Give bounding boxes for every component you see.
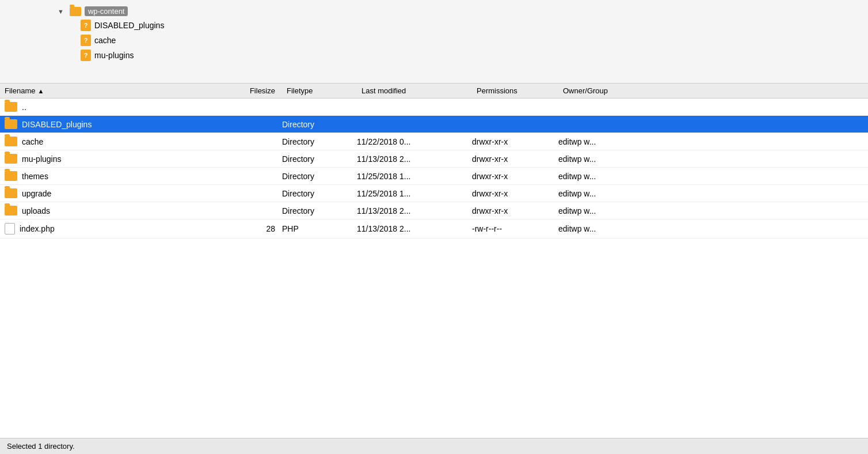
folder-icon [5,206,17,215]
table-row[interactable]: .. [0,99,868,116]
row-filename: uploads [0,206,224,215]
folder-icon [5,102,17,112]
status-text: Selected 1 directory. [7,442,75,451]
row-permissions: drwxr-xr-x [472,206,558,215]
tree-wp-content[interactable]: ▼ wp-content [0,5,868,18]
table-row[interactable]: upgrade Directory 11/25/2018 1... drwxr-… [0,185,868,202]
row-filename: cache [0,137,224,146]
row-filename: DISABLED_plugins [0,119,224,129]
row-lastmod: 11/13/2018 2... [357,206,472,215]
row-filetype: Directory [282,206,357,215]
row-owner: editwp w... [558,189,662,198]
col-header-filesize[interactable]: Filesize [224,86,282,95]
collapse-arrow-icon: ▼ [58,8,64,15]
row-name: mu-plugins [22,154,61,164]
tree-item-disabled-plugins[interactable]: DISABLED_plugins [0,18,868,33]
col-header-owner[interactable]: Owner/Group [558,86,662,95]
tree-item-cache[interactable]: cache [0,33,868,48]
column-headers: Filename ▲ Filesize Filetype Last modifi… [0,84,868,99]
table-row[interactable]: themes Directory 11/25/2018 1... drwxr-x… [0,168,868,185]
row-name: cache [22,137,43,146]
row-lastmod: 11/13/2018 2... [357,224,472,233]
col-header-permissions[interactable]: Permissions [472,86,558,95]
status-bar: Selected 1 directory. [0,438,868,454]
file-panel: Filename ▲ Filesize Filetype Last modifi… [0,84,868,438]
row-owner: editwp w... [558,224,662,233]
tree-item-label-muplugins: mu-plugins [94,51,134,60]
tree-wp-content-label: wp-content [85,6,128,16]
row-name: themes [22,172,48,181]
table-row[interactable]: DISABLED_plugins Directory [0,116,868,133]
tree-item-label-disabled: DISABLED_plugins [94,21,164,30]
row-name: DISABLED_plugins [22,120,92,129]
file-icon [5,223,15,234]
folder-icon [5,154,17,164]
row-filename: .. [0,102,224,112]
row-owner: editwp w... [558,154,662,164]
row-owner: editwp w... [558,172,662,181]
tree-unknown-icon-cache [81,35,91,46]
folder-icon [5,119,17,129]
folder-icon [5,137,17,146]
row-permissions: drwxr-xr-x [472,189,558,198]
row-filetype: Directory [282,120,357,129]
col-header-lastmod[interactable]: Last modified [357,86,472,95]
file-list: .. DISABLED_plugins Directory cache Dir [0,99,868,438]
row-filename: index.php [0,223,224,234]
row-filetype: Directory [282,189,357,198]
folder-icon [5,171,17,181]
row-permissions: drwxr-xr-x [472,172,558,181]
row-filetype: PHP [282,224,357,233]
table-row[interactable]: cache Directory 11/22/2018 0... drwxr-xr… [0,133,868,150]
row-lastmod: 11/25/2018 1... [357,172,472,181]
row-lastmod: 11/13/2018 2... [357,154,472,164]
row-permissions: -rw-r--r-- [472,224,558,233]
row-name: uploads [22,206,50,215]
col-header-filetype[interactable]: Filetype [282,86,357,95]
tree-item-mu-plugins[interactable]: mu-plugins [0,48,868,63]
tree-item-label-cache: cache [94,36,116,45]
row-lastmod: 11/22/2018 0... [357,137,472,146]
col-header-filename[interactable]: Filename ▲ [0,86,224,95]
tree-unknown-icon-muplugins [81,50,91,61]
sort-arrow-icon: ▲ [37,88,44,94]
row-filename: mu-plugins [0,154,224,164]
row-lastmod: 11/25/2018 1... [357,189,472,198]
row-filetype: Directory [282,137,357,146]
row-owner: editwp w... [558,137,662,146]
table-row[interactable]: mu-plugins Directory 11/13/2018 2... drw… [0,150,868,168]
row-name: .. [22,103,26,112]
folder-icon [5,188,17,198]
row-filename: themes [0,171,224,181]
row-filetype: Directory [282,172,357,181]
row-filetype: Directory [282,154,357,164]
row-filesize: 28 [224,224,282,233]
tree-panel: ▼ wp-content DISABLED_plugins cache mu-p… [0,0,868,84]
tree-folder-icon [70,7,81,16]
row-owner: editwp w... [558,206,662,215]
table-row[interactable]: index.php 28 PHP 11/13/2018 2... -rw-r--… [0,220,868,239]
table-row[interactable]: uploads Directory 11/13/2018 2... drwxr-… [0,202,868,220]
row-permissions: drwxr-xr-x [472,137,558,146]
row-filename: upgrade [0,188,224,198]
row-permissions: drwxr-xr-x [472,154,558,164]
tree-unknown-icon-disabled [81,20,91,31]
row-name: index.php [20,224,55,233]
row-name: upgrade [22,189,51,198]
